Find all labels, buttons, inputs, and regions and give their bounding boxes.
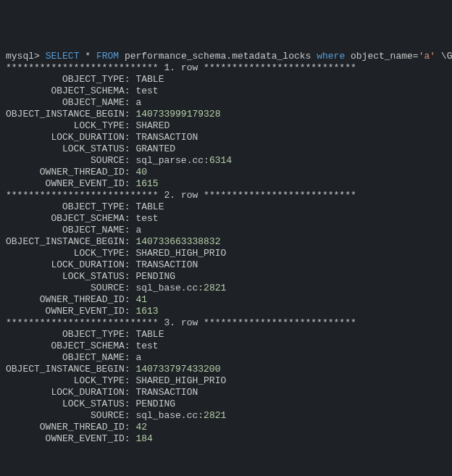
terminal-output: mysql> SELECT * FROM performance_schema.… bbox=[6, 51, 446, 445]
row-label: row bbox=[181, 190, 198, 201]
kw-where: where bbox=[317, 51, 345, 62]
field-label: OWNER_EVENT_ID bbox=[46, 306, 125, 317]
field-value: TRANSACTION bbox=[135, 132, 198, 143]
field-value: GRANTED bbox=[135, 143, 175, 154]
field-label: LOCK_DURATION bbox=[51, 132, 124, 143]
field-label: OBJECT_TYPE bbox=[62, 329, 125, 340]
source-file: sql_base.cc: bbox=[135, 283, 204, 293]
field-value: 140733663338832 bbox=[135, 236, 220, 247]
field-label: LOCK_TYPE bbox=[74, 248, 125, 259]
prompt-text: mysql> bbox=[6, 51, 40, 62]
field-label: OBJECT_INSTANCE_BEGIN bbox=[6, 236, 125, 247]
field-value: PENDING bbox=[135, 398, 175, 409]
field-label: SOURCE bbox=[91, 283, 125, 293]
field-value: SHARED bbox=[135, 120, 170, 131]
kw-from: FROM bbox=[96, 51, 119, 62]
table-name: performance_schema.metadata_locks bbox=[125, 51, 311, 62]
field-value: test bbox=[135, 213, 158, 224]
field-value: TABLE bbox=[135, 329, 164, 340]
field-label: OBJECT_INSTANCE_BEGIN bbox=[6, 364, 125, 375]
field-value: 42 bbox=[135, 422, 147, 433]
field-label: OBJECT_SCHEMA bbox=[51, 85, 124, 96]
field-value: 1613 bbox=[135, 306, 158, 317]
field-value: a bbox=[135, 352, 141, 363]
field-label: LOCK_STATUS bbox=[62, 143, 125, 154]
row-number: 1. bbox=[164, 62, 175, 73]
field-value: a bbox=[135, 97, 141, 108]
field-value: TRANSACTION bbox=[135, 387, 198, 398]
field-label: OWNER_EVENT_ID bbox=[46, 178, 125, 189]
field-label: LOCK_DURATION bbox=[51, 259, 124, 270]
field-label: SOURCE bbox=[91, 155, 125, 166]
row-label: row bbox=[181, 317, 198, 328]
star: * bbox=[85, 51, 91, 62]
field-label: OBJECT_NAME bbox=[62, 352, 125, 363]
row-separator: *************************** 3. row *****… bbox=[6, 317, 356, 328]
field-label: LOCK_DURATION bbox=[51, 387, 124, 398]
field-value: 1615 bbox=[135, 178, 158, 189]
field-label: OBJECT_NAME bbox=[62, 97, 125, 108]
field-label: OWNER_EVENT_ID bbox=[46, 433, 125, 444]
source-line: 2821 bbox=[204, 283, 226, 293]
field-label: LOCK_TYPE bbox=[74, 120, 125, 131]
field-label: SOURCE bbox=[91, 410, 125, 421]
field-value: a bbox=[135, 225, 141, 235]
field-value: test bbox=[135, 85, 158, 96]
field-label: OBJECT_NAME bbox=[62, 225, 125, 235]
field-value: 140733999179328 bbox=[135, 109, 220, 120]
row-number: 2. bbox=[164, 190, 175, 201]
field-value: TABLE bbox=[135, 74, 164, 85]
field-label: OBJECT_TYPE bbox=[62, 74, 125, 85]
field-value: SHARED_HIGH_PRIO bbox=[135, 248, 226, 259]
row-separator: *************************** 1. row *****… bbox=[6, 62, 356, 73]
field-value: test bbox=[135, 341, 158, 351]
kw-select: SELECT bbox=[46, 51, 80, 62]
field-label: OWNER_THREAD_ID bbox=[40, 167, 125, 178]
cond-value: 'a' bbox=[419, 51, 435, 62]
stars-left: *************************** bbox=[6, 190, 159, 201]
stars-left: *************************** bbox=[6, 62, 159, 73]
field-label: LOCK_TYPE bbox=[74, 375, 125, 386]
field-label: LOCK_STATUS bbox=[62, 398, 125, 409]
field-label: OWNER_THREAD_ID bbox=[40, 422, 125, 433]
stars-right: *************************** bbox=[204, 317, 356, 328]
stars-right: *************************** bbox=[204, 62, 356, 73]
stars-right: *************************** bbox=[204, 190, 356, 201]
field-label: OBJECT_SCHEMA bbox=[51, 213, 124, 224]
cond-field: object_name= bbox=[351, 51, 419, 62]
source-line: 2821 bbox=[204, 410, 226, 421]
field-value: TRANSACTION bbox=[135, 259, 198, 270]
field-label: LOCK_STATUS bbox=[62, 271, 125, 282]
row-number: 3. bbox=[164, 317, 175, 328]
stars-left: *************************** bbox=[6, 317, 159, 328]
field-value: TABLE bbox=[135, 201, 164, 212]
field-label: OBJECT_INSTANCE_BEGIN bbox=[6, 109, 125, 120]
field-value: SHARED_HIGH_PRIO bbox=[135, 375, 226, 386]
source-file: sql_parse.cc: bbox=[135, 155, 209, 166]
source-file: sql_base.cc: bbox=[135, 410, 204, 421]
prompt: mysql> SELECT * FROM performance_schema.… bbox=[6, 51, 452, 62]
field-label: OBJECT_TYPE bbox=[62, 201, 125, 212]
row-separator: *************************** 2. row *****… bbox=[6, 190, 356, 201]
source-line: 6314 bbox=[209, 155, 232, 166]
field-label: OBJECT_SCHEMA bbox=[51, 341, 124, 351]
field-value: PENDING bbox=[135, 271, 175, 282]
query-tail: \G bbox=[441, 51, 452, 62]
field-value: 140733797433200 bbox=[135, 364, 220, 375]
row-label: row bbox=[181, 62, 198, 73]
field-value: 40 bbox=[135, 167, 147, 178]
field-value: 184 bbox=[135, 433, 152, 444]
field-value: 41 bbox=[135, 294, 147, 305]
field-label: OWNER_THREAD_ID bbox=[40, 294, 125, 305]
